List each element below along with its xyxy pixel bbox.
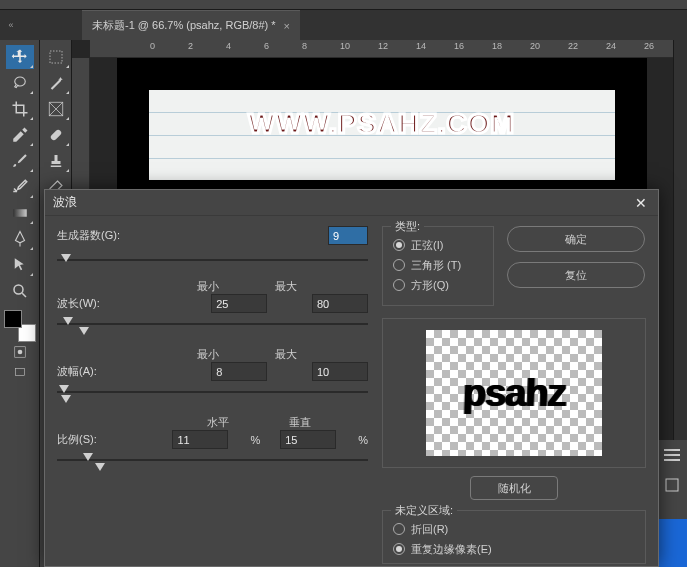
magic-wand-tool[interactable] — [42, 71, 70, 95]
svg-rect-9 — [666, 479, 678, 491]
svg-point-1 — [14, 285, 23, 294]
type-legend: 类型: — [391, 219, 424, 234]
radio-wrap[interactable]: 折回(R) — [393, 519, 635, 539]
amplitude-min-input[interactable] — [211, 362, 267, 381]
amplitude-label: 波幅(A): — [57, 364, 143, 379]
wavelength-label: 波长(W): — [57, 296, 143, 311]
wavelength-max-input[interactable] — [312, 294, 368, 313]
undefined-legend: 未定义区域: — [391, 503, 457, 518]
blue-panel[interactable] — [655, 519, 687, 567]
radio-sine[interactable]: 正弦(I) — [393, 235, 483, 255]
generators-slider[interactable] — [57, 251, 368, 269]
close-tab-icon[interactable]: × — [284, 20, 290, 32]
history-brush-tool[interactable] — [6, 175, 34, 199]
zoom-tool[interactable] — [6, 279, 34, 303]
close-icon[interactable]: ✕ — [632, 194, 650, 212]
stamp-tool[interactable] — [42, 149, 70, 173]
svg-rect-0 — [13, 209, 27, 217]
ruler-horizontal: 0 2 4 6 8 10 12 14 16 18 20 22 24 26 — [90, 40, 673, 58]
document-tab[interactable]: 未标题-1 @ 66.7% (psahz, RGB/8#) * × — [82, 10, 300, 40]
lasso-tool[interactable] — [6, 71, 34, 95]
scale-label: 比例(S): — [57, 432, 116, 447]
dialog-title: 波浪 — [53, 194, 77, 211]
path-select-tool[interactable] — [6, 253, 34, 277]
wavelength-slider[interactable] — [57, 313, 368, 337]
healing-tool[interactable] — [42, 123, 70, 147]
document-title: 未标题-1 @ 66.7% (psahz, RGB/8#) * — [92, 18, 276, 33]
svg-point-3 — [17, 350, 22, 355]
eyedropper-tool[interactable] — [6, 123, 34, 147]
panel-icon[interactable] — [656, 470, 687, 500]
tools-left — [0, 40, 40, 567]
move-tool[interactable] — [6, 45, 34, 69]
wavelength-min-input[interactable] — [211, 294, 267, 313]
generators-input[interactable] — [328, 226, 368, 245]
radio-triangle[interactable]: 三角形 (T) — [393, 255, 483, 275]
slice-tool[interactable] — [42, 97, 70, 121]
quick-mask-icon[interactable] — [0, 342, 39, 362]
wave-dialog: 波浪 ✕ 生成器数(G): 最小最大 波长(W): 最小最大 波幅(A): — [44, 189, 659, 567]
radio-repeat[interactable]: 重复边缘像素(E) — [393, 539, 635, 559]
generators-label: 生成器数(G): — [57, 228, 151, 243]
preview-box: psahz — [382, 318, 646, 468]
color-swatches[interactable] — [4, 310, 36, 342]
marquee-tool[interactable] — [42, 45, 70, 69]
amplitude-max-input[interactable] — [312, 362, 368, 381]
svg-rect-7 — [49, 129, 62, 142]
scale-v-input[interactable] — [280, 430, 336, 449]
watermark-text: WWW.PSAHZ.COM — [149, 108, 615, 140]
ok-button[interactable]: 确定 — [507, 226, 645, 252]
tab-handle[interactable]: « — [6, 10, 16, 40]
screen-mode-icon[interactable] — [0, 362, 39, 382]
scale-h-input[interactable] — [172, 430, 228, 449]
amplitude-slider[interactable] — [57, 381, 368, 405]
brush-tool[interactable] — [6, 149, 34, 173]
scale-slider[interactable] — [57, 449, 368, 473]
svg-rect-4 — [15, 369, 24, 376]
randomize-button[interactable]: 随机化 — [470, 476, 558, 500]
preview-text: psahz — [462, 372, 566, 415]
radio-square[interactable]: 方形(Q) — [393, 275, 483, 295]
svg-rect-5 — [50, 51, 62, 63]
reset-button[interactable]: 复位 — [507, 262, 645, 288]
pen-tool[interactable] — [6, 227, 34, 251]
gradient-tool[interactable] — [6, 201, 34, 225]
panel-menu-icon[interactable] — [656, 440, 687, 470]
crop-tool[interactable] — [6, 97, 34, 121]
